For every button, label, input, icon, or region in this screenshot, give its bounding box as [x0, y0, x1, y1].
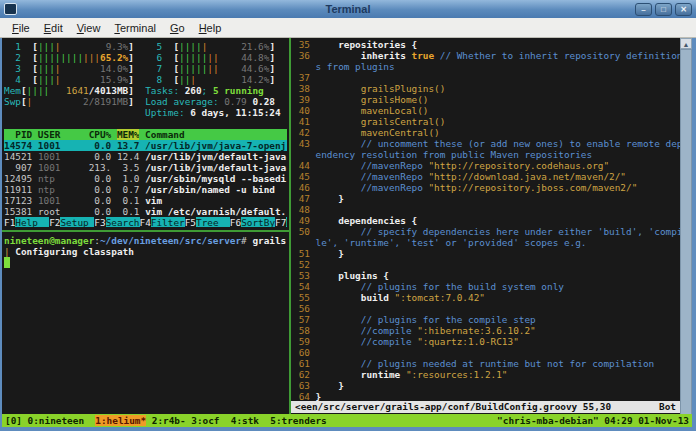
menu-item-file[interactable]: File: [5, 20, 37, 36]
vim-code-line: 51 }: [293, 248, 680, 259]
vim-code-line: 63 }: [293, 380, 680, 391]
htop-line: 17123 1001 0.0 0.1 vim: [4, 195, 287, 206]
vim-pane[interactable]: 35 repositories { 36 inherits true // Wh…: [291, 38, 680, 414]
vim-code-line: endency resolution from public Maven rep…: [293, 149, 680, 160]
tmux-host-clock: "chris-mba-debian" 04:29 01-Nov-13: [497, 414, 689, 427]
vim-code-line: 42 mavenCentral(): [293, 127, 680, 138]
vim-code-line: 45 //mavenRepo "http://download.java.net…: [293, 171, 680, 182]
htop-line: 1 [|||| 9.3%] 5 [||||| 21.6%]: [4, 41, 287, 52]
htop-line: 2 [|||||||||||65.2%] 6 [||||||| 44.8%]: [4, 52, 287, 63]
vim-code-line: 52: [293, 259, 680, 270]
htop-line: Mem[|||| 1641/4013MB] Tasks: 260; 5 runn…: [4, 85, 287, 96]
vim-code-line: 46 //mavenRepo "http://repository.jboss.…: [293, 182, 680, 193]
vim-code-line: 43 // uncomment these (or add new ones) …: [293, 138, 680, 149]
vim-code-line: 53 plugins {: [293, 270, 680, 281]
vim-code-line: 47 }: [293, 193, 680, 204]
htop-line: F1Help F2Setup F3SearchF4FilterF5Tree F6…: [4, 217, 287, 227]
vim-code-line: 59 //compile ":quartz:1.0-RC13": [293, 336, 680, 347]
vim-code-line: 49 dependencies {: [293, 215, 680, 226]
htop-line: Uptime: 6 days, 11:15:24: [4, 107, 287, 118]
shell-line: [4, 257, 287, 268]
tmux-status-bar[interactable]: [0] 0:nineteen 1:helium* 2:r4b- 3:ocf 4:…: [2, 414, 692, 427]
vim-code-line: 40 mavenLocal(): [293, 105, 680, 116]
htop-line: 4 [|||| 15.9%] 8 [||| 14.2%]: [4, 74, 287, 85]
vim-code-line: 41 grailsCentral(): [293, 116, 680, 127]
scrollbar-thumb[interactable]: [680, 49, 692, 416]
tmux-window-list[interactable]: [0] 0:nineteen 1:helium* 2:r4b- 3:ocf 4:…: [5, 414, 327, 427]
htop-pane[interactable]: 1 [|||| 9.3%] 5 [||||| 21.6%] 2 [|||||||…: [2, 38, 289, 227]
vim-filename-ruler: <een/src/server/grails-app/conf/BuildCon…: [295, 401, 611, 413]
vim-code-line: le', 'runtime', 'test' or 'provided' sco…: [293, 237, 680, 248]
close-button[interactable]: ✕: [675, 3, 692, 16]
vim-code-line: 50 // specify dependencies here under ei…: [293, 226, 680, 237]
vim-code-line: 60: [293, 347, 680, 358]
titlebar[interactable]: Terminal – □ ✕: [0, 0, 696, 18]
vim-code-line: 48: [293, 204, 680, 215]
htop-line: 14521 1001 0.0 12.4 /usr/lib/jvm/default…: [4, 151, 287, 162]
htop-line: 11911 ntp 0.0 0.7 /usr/sbin/named -u bin…: [4, 184, 287, 195]
htop-line: 907 1001 213. 3.5 /usr/lib/jvm/default-j…: [4, 162, 287, 173]
htop-line: [4, 118, 287, 129]
vim-code-line: s from plugins: [293, 61, 680, 72]
menu-item-go[interactable]: Go: [163, 20, 192, 36]
menu-item-view[interactable]: View: [70, 20, 108, 36]
terminal-app-icon: [4, 3, 17, 15]
htop-line: Swp[| 2/8191MB] Load average: 0.79 0.28: [4, 96, 287, 107]
vim-code-line: 62 runtime ":resources:1.2.1": [293, 369, 680, 380]
terminal-content: 1 [|||| 9.3%] 5 [||||| 21.6%] 2 [|||||||…: [2, 38, 680, 414]
htop-line: 15381 root 0.0 0.1 vim /etc/varnish/defa…: [4, 206, 287, 217]
menu-item-terminal[interactable]: Terminal: [107, 20, 163, 36]
vim-code-line: 37: [293, 72, 680, 83]
window-title: Terminal: [0, 3, 696, 15]
htop-line: 3 [|||| 14.0%] 7 [||||||| 44.6%]: [4, 63, 287, 74]
shell-line: nineteen@manager:~/dev/nineteen/src/serv…: [4, 235, 287, 246]
shell-pane[interactable]: nineteen@manager:~/dev/nineteen/src/serv…: [2, 232, 289, 414]
vim-code-line: 39 grailsHome(): [293, 94, 680, 105]
vim-code-line: 58 //compile ":hibernate:3.6.10.2": [293, 325, 680, 336]
maximize-button[interactable]: □: [655, 3, 672, 16]
vim-statusline: <een/src/server/grails-app/conf/BuildCon…: [291, 401, 680, 413]
vim-code-line: 55 build ":tomcat:7.0.42": [293, 292, 680, 303]
menubar: FileEditViewTerminalGoHelp: [0, 18, 696, 38]
minimize-button[interactable]: –: [635, 3, 652, 16]
vim-code-line: 44 //mavenRepo "http://repository.codeha…: [293, 160, 680, 171]
scroll-up-icon[interactable]: ▲: [680, 38, 692, 49]
vim-code-line: 38 grailsPlugins(): [293, 83, 680, 94]
vim-code-line: 35 repositories {: [293, 39, 680, 50]
htop-line: 12495 ntp 0.0 1.0 /usr/sbin/mysqld --bas…: [4, 173, 287, 184]
vim-code-line: 61 // plugins needed at runtime but not …: [293, 358, 680, 369]
vim-code-line: 56: [293, 303, 680, 314]
shell-line: | Configuring classpath: [4, 246, 287, 257]
vim-scroll-position: Bot: [659, 401, 676, 413]
scrollbar[interactable]: ▲ ▼: [680, 38, 692, 427]
vim-code-line: 54 // plugins for the build system only: [293, 281, 680, 292]
vim-code-line: 57 // plugins for the compile step: [293, 314, 680, 325]
menu-item-edit[interactable]: Edit: [37, 20, 70, 36]
terminal-window: Terminal – □ ✕ FileEditViewTerminalGoHel…: [0, 0, 696, 431]
menu-item-help[interactable]: Help: [192, 20, 229, 36]
htop-line: 14574 1001 0.0 13.7 /usr/lib/jvm/java-7-…: [4, 140, 287, 151]
htop-line: PID USER CPU% MEM% Command: [4, 129, 287, 140]
vim-code-line: 36 inherits true // Whether to inherit r…: [293, 50, 680, 61]
